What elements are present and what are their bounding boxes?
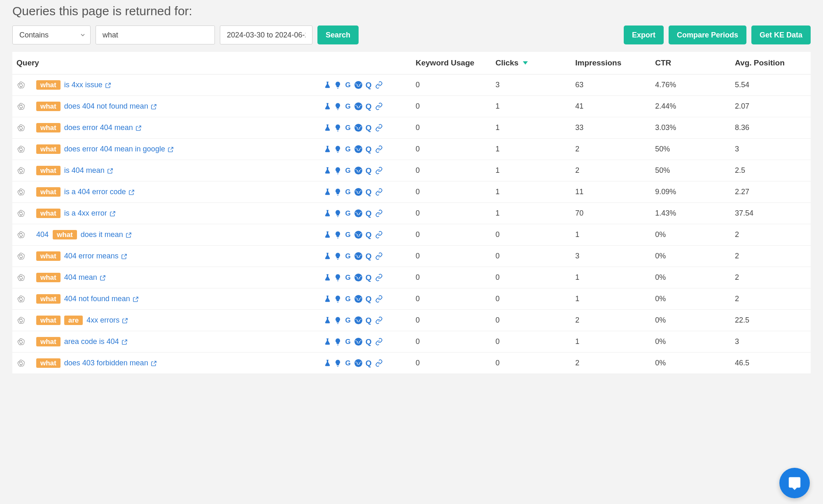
bulb-icon[interactable] [334, 124, 342, 132]
col-header-usage[interactable]: Keyword Usage [412, 52, 492, 74]
bulb-icon[interactable] [334, 81, 342, 89]
google-icon[interactable]: G [344, 359, 352, 367]
quora-icon[interactable]: Q [365, 316, 373, 324]
reddit-icon[interactable] [354, 209, 362, 217]
query-link[interactable]: 404 not found mean [64, 295, 139, 303]
reddit-icon[interactable] [354, 124, 362, 132]
quora-icon[interactable]: Q [365, 231, 373, 239]
query-link[interactable]: does it mean [81, 230, 132, 239]
bulb-icon[interactable] [334, 231, 342, 239]
query-link[interactable]: 404 mean [64, 273, 106, 282]
query-link[interactable]: is a 4xx error [64, 209, 116, 218]
query-link[interactable]: 4xx errors [86, 316, 128, 325]
link-icon[interactable] [375, 167, 383, 174]
query-link[interactable]: does 404 not found mean [64, 102, 157, 111]
bulb-icon[interactable] [334, 145, 342, 153]
col-header-impressions[interactable]: Impressions [571, 52, 651, 74]
link-icon[interactable] [375, 209, 383, 217]
quora-icon[interactable]: Q [365, 102, 373, 110]
google-icon[interactable]: G [344, 81, 352, 89]
quora-icon[interactable]: Q [365, 252, 373, 260]
quora-icon[interactable]: Q [365, 274, 373, 281]
reddit-icon[interactable] [354, 295, 362, 303]
gpt-icon[interactable] [16, 188, 26, 197]
compare-periods-button[interactable]: Compare Periods [669, 26, 746, 44]
gpt-icon[interactable] [16, 337, 26, 346]
flask-icon[interactable] [324, 252, 331, 260]
quora-icon[interactable]: Q [365, 209, 373, 217]
flask-icon[interactable] [324, 316, 331, 324]
query-link[interactable]: is 4xx issue [64, 81, 111, 89]
bulb-icon[interactable] [334, 316, 342, 324]
link-icon[interactable] [375, 188, 383, 196]
link-icon[interactable] [375, 338, 383, 346]
gpt-icon[interactable] [16, 209, 26, 218]
gpt-icon[interactable] [16, 316, 26, 325]
quora-icon[interactable]: Q [365, 295, 373, 303]
quora-icon[interactable]: Q [365, 145, 373, 153]
export-button[interactable]: Export [624, 26, 664, 44]
quora-icon[interactable]: Q [365, 81, 373, 89]
link-icon[interactable] [375, 316, 383, 324]
quora-icon[interactable]: Q [365, 167, 373, 174]
google-icon[interactable]: G [344, 188, 352, 196]
filter-mode-select[interactable]: Contains [12, 26, 91, 44]
quora-icon[interactable]: Q [365, 124, 373, 132]
gpt-icon[interactable] [16, 295, 26, 304]
query-link[interactable]: 404 error means [64, 252, 127, 260]
bulb-icon[interactable] [334, 359, 342, 367]
flask-icon[interactable] [324, 338, 331, 346]
flask-icon[interactable] [324, 274, 331, 281]
link-icon[interactable] [375, 81, 383, 89]
google-icon[interactable]: G [344, 316, 352, 324]
query-link[interactable]: does error 404 mean in google [64, 145, 174, 153]
quora-icon[interactable]: Q [365, 359, 373, 367]
bulb-icon[interactable] [334, 167, 342, 174]
col-header-position[interactable]: Avg. Position [731, 52, 811, 74]
gpt-icon[interactable] [16, 230, 26, 239]
google-icon[interactable]: G [344, 295, 352, 303]
google-icon[interactable]: G [344, 252, 352, 260]
reddit-icon[interactable] [354, 102, 362, 110]
get-ke-data-button[interactable]: Get KE Data [751, 26, 811, 44]
filter-term-input[interactable] [96, 26, 215, 44]
query-link[interactable]: does error 404 mean [64, 123, 142, 132]
query-link[interactable]: area code is 404 [64, 337, 128, 346]
reddit-icon[interactable] [354, 359, 362, 367]
query-link[interactable]: is 404 mean [64, 166, 113, 175]
gpt-icon[interactable] [16, 252, 26, 261]
google-icon[interactable]: G [344, 338, 352, 346]
link-icon[interactable] [375, 124, 383, 132]
gpt-icon[interactable] [16, 359, 26, 368]
link-icon[interactable] [375, 295, 383, 303]
date-range-input[interactable] [220, 26, 312, 44]
google-icon[interactable]: G [344, 124, 352, 132]
col-header-clicks[interactable]: Clicks [491, 52, 571, 74]
google-icon[interactable]: G [344, 167, 352, 174]
flask-icon[interactable] [324, 188, 331, 196]
gpt-icon[interactable] [16, 123, 26, 132]
bulb-icon[interactable] [334, 252, 342, 260]
gpt-icon[interactable] [16, 102, 26, 111]
bulb-icon[interactable] [334, 188, 342, 196]
col-header-query[interactable]: Query [12, 52, 412, 74]
flask-icon[interactable] [324, 124, 331, 132]
quora-icon[interactable]: Q [365, 188, 373, 196]
bulb-icon[interactable] [334, 209, 342, 217]
flask-icon[interactable] [324, 295, 331, 303]
reddit-icon[interactable] [354, 188, 362, 196]
search-button[interactable]: Search [317, 26, 359, 44]
gpt-icon[interactable] [16, 273, 26, 282]
reddit-icon[interactable] [354, 231, 362, 239]
flask-icon[interactable] [324, 359, 331, 367]
google-icon[interactable]: G [344, 209, 352, 217]
google-icon[interactable]: G [344, 102, 352, 110]
query-link[interactable]: is a 404 error code [64, 188, 135, 196]
reddit-icon[interactable] [354, 145, 362, 153]
bulb-icon[interactable] [334, 102, 342, 110]
gpt-icon[interactable] [16, 81, 26, 90]
gpt-icon[interactable] [16, 145, 26, 154]
bulb-icon[interactable] [334, 338, 342, 346]
link-icon[interactable] [375, 231, 383, 239]
google-icon[interactable]: G [344, 274, 352, 281]
